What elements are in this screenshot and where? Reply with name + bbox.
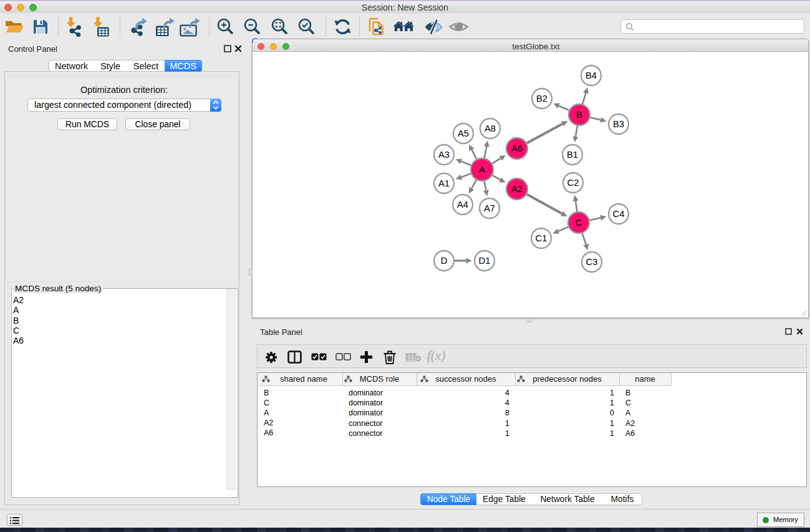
- svg-text:B: B: [576, 110, 582, 120]
- svg-text:A6: A6: [511, 143, 523, 153]
- svg-text:B1: B1: [567, 150, 578, 160]
- svg-text:C: C: [576, 218, 582, 228]
- svg-text:A4: A4: [457, 200, 468, 210]
- svg-text:D1: D1: [479, 256, 491, 266]
- svg-text:A7: A7: [484, 203, 495, 213]
- svg-text:B4: B4: [586, 70, 597, 80]
- svg-text:A5: A5: [458, 128, 469, 138]
- svg-text:C4: C4: [613, 209, 625, 219]
- svg-text:A3: A3: [438, 150, 450, 160]
- svg-text:D: D: [441, 256, 448, 266]
- svg-text:C2: C2: [567, 178, 579, 188]
- svg-text:A: A: [479, 165, 485, 175]
- svg-text:A2: A2: [511, 184, 523, 194]
- svg-text:C3: C3: [586, 257, 598, 267]
- svg-text:B3: B3: [613, 119, 624, 129]
- svg-text:A8: A8: [485, 123, 496, 133]
- svg-text:C1: C1: [536, 233, 547, 243]
- svg-text:B2: B2: [536, 94, 547, 104]
- svg-text:A1: A1: [438, 178, 450, 188]
